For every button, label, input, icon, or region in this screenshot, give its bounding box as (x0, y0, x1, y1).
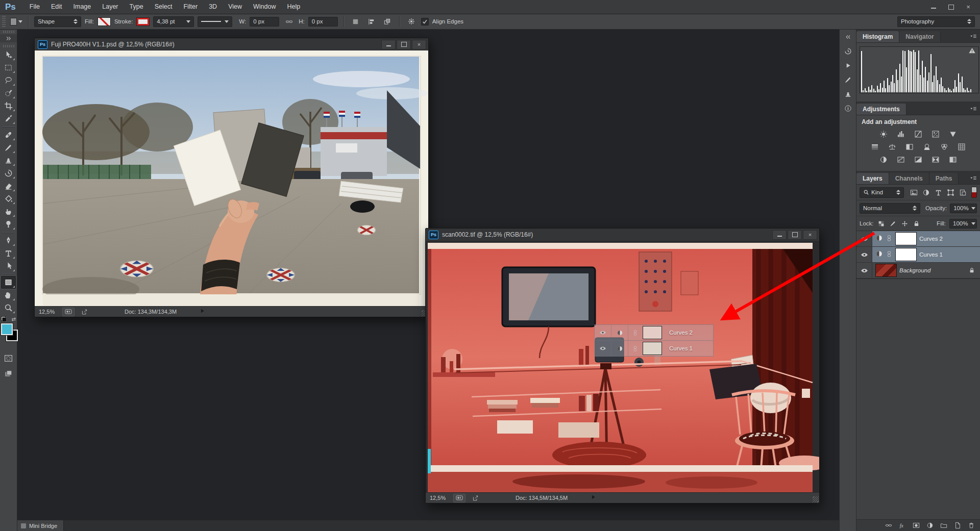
document-title-bar[interactable]: Ps Fuji PRO400H V1.1.psd @ 12,5% (RGB/16… (35, 38, 428, 51)
geometry-options-gear-icon[interactable] (405, 16, 418, 27)
brush-panel-icon[interactable] (841, 73, 855, 86)
layer-group-icon[interactable] (939, 521, 948, 530)
default-colors-icon[interactable] (1, 316, 7, 322)
stroke-width-dropdown[interactable]: 4,38 pt (153, 16, 194, 27)
panel-menu-icon[interactable] (970, 33, 977, 41)
layer-row-body[interactable]: Curves 1 (872, 247, 980, 262)
layer-visibility-eye-icon[interactable] (856, 263, 872, 278)
tab-paths[interactable]: Paths (929, 173, 959, 184)
mini-bridge-tab[interactable]: Mini Bridge (17, 520, 64, 531)
type-tool[interactable] (1, 247, 16, 260)
layer-row-curves-1[interactable]: Curves 1 (856, 247, 980, 263)
fill-swatch[interactable] (97, 17, 111, 26)
foreground-color-swatch[interactable] (1, 323, 13, 335)
path-operations-icon[interactable] (350, 16, 362, 27)
posterize-icon[interactable] (894, 154, 908, 165)
menu-image[interactable]: Image (68, 0, 97, 14)
panel-menu-icon[interactable] (970, 174, 977, 183)
threshold-icon[interactable] (911, 154, 925, 165)
layer-row-body[interactable]: Curves 2 (872, 231, 980, 246)
screen-mode-button[interactable] (1, 367, 16, 380)
dodge-tool[interactable] (1, 218, 16, 231)
fill-field[interactable]: 100% (949, 219, 977, 229)
gradient-map-icon[interactable] (928, 154, 943, 165)
vibrance-icon[interactable] (946, 129, 960, 140)
clone-source-panel-icon[interactable] (841, 87, 855, 100)
zoom-level-field[interactable]: 12,5% (39, 309, 58, 315)
black-white-icon[interactable] (902, 141, 917, 153)
brightness-contrast-icon[interactable] (876, 129, 891, 140)
menu-type[interactable]: Type (124, 0, 149, 14)
invert-icon[interactable] (876, 154, 891, 165)
history-brush-tool[interactable] (1, 167, 16, 180)
type-filter-icon[interactable] (933, 187, 944, 197)
levels-icon[interactable] (894, 129, 908, 140)
clone-stamp-tool[interactable] (1, 154, 16, 167)
smart-object-filter-icon[interactable] (957, 187, 968, 197)
doc-minimize-button[interactable] (381, 40, 396, 49)
layer-row-background[interactable]: Background (856, 263, 980, 279)
opacity-field[interactable]: 100% (950, 204, 977, 213)
lasso-tool[interactable] (1, 74, 16, 87)
menu-select[interactable]: Select (149, 0, 178, 14)
quick-selection-tool[interactable] (1, 87, 16, 99)
layer-row-curves-2[interactable]: Curves 2 (856, 231, 980, 247)
tab-adjustments[interactable]: Adjustments (856, 104, 906, 115)
pen-tool[interactable] (1, 234, 16, 247)
collapse-panels-icon[interactable] (841, 30, 855, 43)
exposure-icon[interactable] (928, 129, 943, 140)
crop-tool[interactable] (1, 99, 16, 112)
kind-filter-dropdown[interactable]: Kind (860, 187, 904, 198)
selective-color-icon[interactable] (946, 154, 960, 165)
restore-icon[interactable] (942, 2, 960, 12)
layer-mask-icon[interactable] (912, 521, 921, 530)
window-resize-grip[interactable] (813, 496, 819, 502)
lock-paint-icon[interactable] (889, 218, 897, 229)
share-icon[interactable] (79, 308, 90, 316)
lock-move-icon[interactable] (901, 218, 909, 229)
rectangle-tool[interactable] (1, 276, 16, 289)
hue-saturation-icon[interactable] (868, 141, 882, 153)
link-layers-icon[interactable] (884, 521, 893, 530)
close-icon[interactable]: × (960, 2, 977, 12)
eraser-tool[interactable] (1, 180, 16, 192)
history-panel-icon[interactable] (841, 44, 855, 58)
doc-close-button[interactable]: × (803, 230, 817, 240)
lock-transparent-icon[interactable] (877, 218, 886, 229)
smudge-tool[interactable] (1, 205, 16, 218)
width-field[interactable]: 0 px (250, 17, 279, 27)
color-lookup-icon[interactable] (954, 141, 969, 153)
menu-window[interactable]: Window (248, 0, 281, 14)
lock-all-icon[interactable] (913, 218, 921, 229)
photo-filter-icon[interactable] (920, 141, 934, 153)
doc-close-button[interactable]: × (412, 40, 426, 49)
tab-layers[interactable]: Layers (856, 173, 889, 184)
menu-view[interactable]: View (223, 0, 248, 14)
layer-row-body[interactable]: Background (872, 263, 980, 278)
move-tool[interactable] (1, 48, 16, 61)
paint-bucket-tool[interactable] (1, 192, 16, 205)
tab-histogram[interactable]: Histogram (856, 31, 899, 42)
zoom-level-field[interactable]: 12,5% (430, 495, 449, 501)
eyedropper-tool[interactable] (1, 112, 16, 125)
quick-mask-button[interactable] (1, 352, 16, 364)
path-selection-tool[interactable] (1, 260, 16, 272)
path-alignment-icon[interactable] (365, 16, 378, 27)
swap-colors-icon[interactable]: ⇄ (12, 316, 16, 322)
align-edges-checkbox[interactable] (421, 18, 429, 26)
layer-mask-thumbnail[interactable] (895, 248, 917, 261)
menu-layer[interactable]: Layer (96, 0, 124, 14)
stroke-swatch[interactable] (136, 17, 150, 26)
layer-mask-thumbnail[interactable] (895, 232, 917, 245)
filter-toggle-switch[interactable] (971, 187, 977, 198)
curves-icon[interactable] (911, 129, 925, 140)
height-field[interactable]: 0 px (308, 17, 338, 27)
stroke-style-dropdown[interactable] (198, 16, 232, 27)
tool-preset-picker[interactable] (10, 16, 22, 27)
menu-edit[interactable]: Edit (45, 0, 68, 14)
expand-toolbar-icon[interactable] (0, 34, 17, 42)
new-adjustment-icon[interactable] (925, 521, 935, 530)
actions-panel-icon[interactable] (841, 59, 855, 72)
menu-file[interactable]: File (24, 0, 45, 14)
drive-status-icon[interactable] (453, 494, 465, 502)
